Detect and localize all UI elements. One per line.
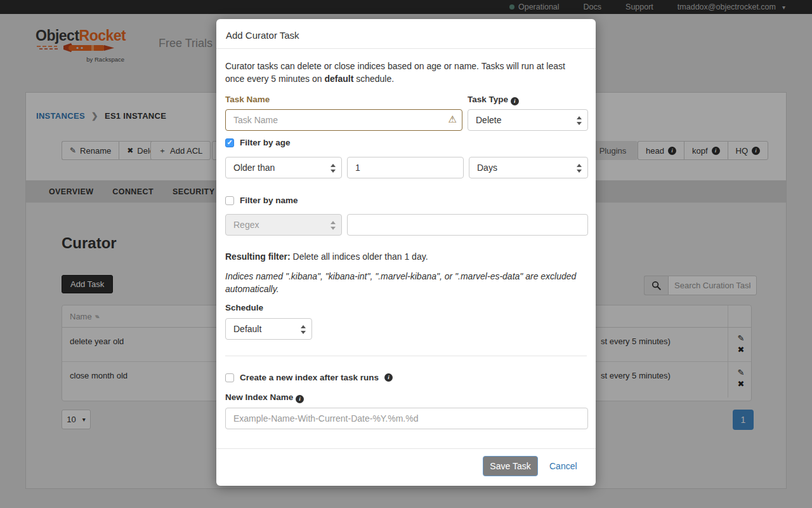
select-arrows-icon xyxy=(331,163,336,173)
create-index-checkbox[interactable]: Create a new index after task runs i xyxy=(225,373,393,382)
schedule-select[interactable]: Default xyxy=(225,318,312,340)
warning-icon: ⚠ xyxy=(449,114,457,125)
select-arrows-icon xyxy=(577,163,582,173)
task-name-input[interactable] xyxy=(225,109,462,131)
age-unit-select[interactable]: Days xyxy=(469,157,588,178)
checkbox-checked-icon xyxy=(225,138,234,147)
new-index-name-label: New Index Name i xyxy=(225,392,304,403)
name-operator-value: Regex xyxy=(233,220,259,230)
modal-header-divider xyxy=(216,48,596,49)
task-type-label: Task Type i xyxy=(468,95,519,105)
new-index-name-wrap xyxy=(225,408,588,429)
cancel-button[interactable]: Cancel xyxy=(549,461,577,471)
checkbox-unchecked-icon xyxy=(225,196,234,205)
task-type-value: Delete xyxy=(476,115,501,125)
section-divider xyxy=(225,356,587,356)
task-name-field-wrap: ⚠ xyxy=(225,109,462,131)
add-curator-task-modal: Add Curator Task Curator tasks can delet… xyxy=(216,19,596,486)
task-name-label: Task Name xyxy=(225,95,270,104)
resulting-filter-text: Resulting filter: Delete all indices old… xyxy=(225,251,580,262)
info-icon: i xyxy=(296,395,304,403)
create-index-label: Create a new index after task runs xyxy=(240,373,379,382)
age-operator-value: Older than xyxy=(233,163,275,173)
checkbox-unchecked-icon xyxy=(225,373,234,382)
new-index-name-input[interactable] xyxy=(225,408,588,429)
select-arrows-icon xyxy=(577,116,582,126)
task-type-select[interactable]: Delete xyxy=(468,109,588,131)
filter-by-age-checkbox[interactable]: Filter by age xyxy=(225,138,291,147)
save-task-button[interactable]: Save Task xyxy=(483,456,538,476)
name-pattern-wrap xyxy=(347,214,588,236)
excluded-indices-note: Indices named ".kibana", "kibana-int", "… xyxy=(225,270,584,296)
select-arrows-icon xyxy=(301,324,306,335)
name-operator-select[interactable]: Regex xyxy=(225,214,342,236)
modal-intro-text: Curator tasks can delete or close indice… xyxy=(225,60,578,86)
filter-by-name-label: Filter by name xyxy=(240,196,298,205)
age-unit-value: Days xyxy=(477,163,497,173)
schedule-value: Default xyxy=(233,324,261,334)
age-amount-input[interactable] xyxy=(347,157,464,178)
modal-footer-divider xyxy=(216,448,596,449)
select-arrows-icon xyxy=(331,220,336,231)
filter-by-age-label: Filter by age xyxy=(240,138,291,147)
modal-title: Add Curator Task xyxy=(226,30,299,41)
age-operator-select[interactable]: Older than xyxy=(225,157,342,178)
schedule-label: Schedule xyxy=(225,303,263,312)
info-icon: i xyxy=(511,97,519,105)
info-icon: i xyxy=(384,373,393,382)
age-amount-wrap xyxy=(347,157,464,178)
filter-by-name-checkbox[interactable]: Filter by name xyxy=(225,196,298,205)
name-pattern-input[interactable] xyxy=(347,214,588,236)
